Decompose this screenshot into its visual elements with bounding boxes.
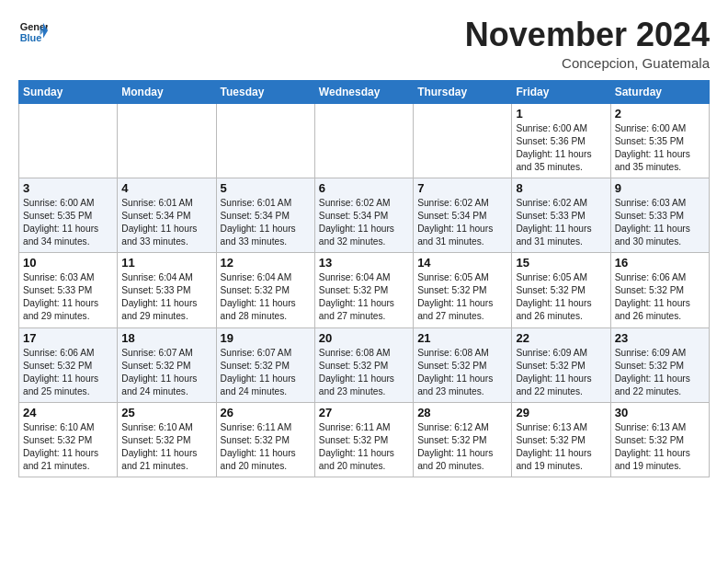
table-row: 7Sunrise: 6:02 AM Sunset: 5:34 PM Daylig… bbox=[414, 178, 512, 252]
table-row: 18Sunrise: 6:07 AM Sunset: 5:32 PM Dayli… bbox=[118, 327, 216, 402]
table-row: 1Sunrise: 6:00 AM Sunset: 5:36 PM Daylig… bbox=[512, 103, 610, 178]
location: Concepcion, Guatemala bbox=[465, 55, 710, 71]
day-info: Sunrise: 6:01 AM Sunset: 5:34 PM Dayligh… bbox=[221, 197, 311, 248]
col-tuesday: Tuesday bbox=[216, 80, 314, 103]
logo-icon: General Blue bbox=[18, 17, 48, 46]
day-number: 15 bbox=[516, 256, 606, 270]
header: General Blue November 2024 Concepcion, G… bbox=[18, 17, 710, 71]
table-row bbox=[314, 103, 413, 178]
day-number: 27 bbox=[319, 406, 409, 419]
day-info: Sunrise: 6:13 AM Sunset: 5:32 PM Dayligh… bbox=[516, 421, 606, 473]
table-row: 26Sunrise: 6:11 AM Sunset: 5:32 PM Dayli… bbox=[216, 402, 314, 477]
day-number: 5 bbox=[221, 181, 311, 195]
table-row: 28Sunrise: 6:12 AM Sunset: 5:32 PM Dayli… bbox=[414, 402, 512, 477]
day-info: Sunrise: 6:00 AM Sunset: 5:36 PM Dayligh… bbox=[516, 122, 606, 174]
day-number: 7 bbox=[417, 181, 507, 195]
table-row: 12Sunrise: 6:04 AM Sunset: 5:32 PM Dayli… bbox=[216, 253, 314, 327]
table-row: 6Sunrise: 6:02 AM Sunset: 5:34 PM Daylig… bbox=[314, 178, 413, 252]
day-number: 23 bbox=[615, 331, 705, 345]
day-info: Sunrise: 6:06 AM Sunset: 5:32 PM Dayligh… bbox=[615, 271, 705, 323]
day-info: Sunrise: 6:02 AM Sunset: 5:34 PM Dayligh… bbox=[417, 197, 507, 248]
calendar-week-row: 3Sunrise: 6:00 AM Sunset: 5:35 PM Daylig… bbox=[19, 178, 710, 252]
table-row: 4Sunrise: 6:01 AM Sunset: 5:34 PM Daylig… bbox=[118, 178, 216, 252]
day-info: Sunrise: 6:06 AM Sunset: 5:32 PM Dayligh… bbox=[23, 347, 113, 398]
table-row: 10Sunrise: 6:03 AM Sunset: 5:33 PM Dayli… bbox=[19, 253, 118, 327]
day-number: 3 bbox=[23, 181, 113, 195]
day-number: 16 bbox=[615, 256, 705, 270]
day-info: Sunrise: 6:07 AM Sunset: 5:32 PM Dayligh… bbox=[221, 347, 311, 398]
day-info: Sunrise: 6:02 AM Sunset: 5:33 PM Dayligh… bbox=[516, 197, 606, 248]
table-row bbox=[216, 103, 314, 178]
table-row: 5Sunrise: 6:01 AM Sunset: 5:34 PM Daylig… bbox=[216, 178, 314, 252]
day-number: 9 bbox=[615, 181, 705, 195]
day-number: 25 bbox=[121, 406, 211, 419]
day-info: Sunrise: 6:12 AM Sunset: 5:32 PM Dayligh… bbox=[417, 421, 507, 473]
logo: General Blue bbox=[18, 17, 48, 46]
day-info: Sunrise: 6:05 AM Sunset: 5:32 PM Dayligh… bbox=[417, 271, 507, 323]
day-info: Sunrise: 6:10 AM Sunset: 5:32 PM Dayligh… bbox=[23, 421, 113, 473]
table-row: 11Sunrise: 6:04 AM Sunset: 5:33 PM Dayli… bbox=[118, 253, 216, 327]
calendar-header-row: Sunday Monday Tuesday Wednesday Thursday… bbox=[19, 80, 710, 103]
table-row: 9Sunrise: 6:03 AM Sunset: 5:33 PM Daylig… bbox=[610, 178, 709, 252]
day-number: 12 bbox=[221, 256, 311, 270]
day-info: Sunrise: 6:00 AM Sunset: 5:35 PM Dayligh… bbox=[23, 197, 113, 248]
day-info: Sunrise: 6:08 AM Sunset: 5:32 PM Dayligh… bbox=[319, 347, 409, 398]
day-info: Sunrise: 6:10 AM Sunset: 5:32 PM Dayligh… bbox=[121, 421, 211, 473]
day-number: 13 bbox=[319, 256, 409, 270]
day-number: 28 bbox=[417, 406, 507, 419]
page: General Blue November 2024 Concepcion, G… bbox=[0, 0, 728, 490]
day-number: 14 bbox=[417, 256, 507, 270]
table-row: 2Sunrise: 6:00 AM Sunset: 5:35 PM Daylig… bbox=[610, 103, 709, 178]
day-info: Sunrise: 6:04 AM Sunset: 5:32 PM Dayligh… bbox=[221, 271, 311, 323]
table-row: 19Sunrise: 6:07 AM Sunset: 5:32 PM Dayli… bbox=[216, 327, 314, 402]
calendar-week-row: 1Sunrise: 6:00 AM Sunset: 5:36 PM Daylig… bbox=[19, 103, 710, 178]
col-friday: Friday bbox=[512, 80, 610, 103]
day-info: Sunrise: 6:08 AM Sunset: 5:32 PM Dayligh… bbox=[417, 347, 507, 398]
day-number: 29 bbox=[516, 406, 606, 419]
day-number: 22 bbox=[516, 331, 606, 345]
calendar-table: Sunday Monday Tuesday Wednesday Thursday… bbox=[18, 80, 710, 478]
day-number: 1 bbox=[516, 107, 606, 121]
day-number: 10 bbox=[23, 256, 113, 270]
day-info: Sunrise: 6:05 AM Sunset: 5:32 PM Dayligh… bbox=[516, 271, 606, 323]
day-number: 30 bbox=[615, 406, 705, 419]
day-info: Sunrise: 6:04 AM Sunset: 5:32 PM Dayligh… bbox=[319, 271, 409, 323]
day-info: Sunrise: 6:02 AM Sunset: 5:34 PM Dayligh… bbox=[319, 197, 409, 248]
day-number: 19 bbox=[221, 331, 311, 345]
day-info: Sunrise: 6:11 AM Sunset: 5:32 PM Dayligh… bbox=[319, 421, 409, 473]
calendar-week-row: 10Sunrise: 6:03 AM Sunset: 5:33 PM Dayli… bbox=[19, 253, 710, 327]
day-number: 11 bbox=[121, 256, 211, 270]
col-thursday: Thursday bbox=[414, 80, 512, 103]
table-row: 30Sunrise: 6:13 AM Sunset: 5:32 PM Dayli… bbox=[610, 402, 709, 477]
day-number: 6 bbox=[319, 181, 409, 195]
day-number: 26 bbox=[221, 406, 311, 419]
table-row bbox=[118, 103, 216, 178]
col-wednesday: Wednesday bbox=[314, 80, 413, 103]
table-row bbox=[19, 103, 118, 178]
table-row: 13Sunrise: 6:04 AM Sunset: 5:32 PM Dayli… bbox=[314, 253, 413, 327]
day-number: 8 bbox=[516, 181, 606, 195]
day-number: 2 bbox=[615, 107, 705, 121]
table-row: 14Sunrise: 6:05 AM Sunset: 5:32 PM Dayli… bbox=[414, 253, 512, 327]
day-info: Sunrise: 6:03 AM Sunset: 5:33 PM Dayligh… bbox=[23, 271, 113, 323]
table-row: 20Sunrise: 6:08 AM Sunset: 5:32 PM Dayli… bbox=[314, 327, 413, 402]
svg-text:Blue: Blue bbox=[20, 32, 42, 43]
day-info: Sunrise: 6:07 AM Sunset: 5:32 PM Dayligh… bbox=[121, 347, 211, 398]
table-row: 29Sunrise: 6:13 AM Sunset: 5:32 PM Dayli… bbox=[512, 402, 610, 477]
table-row: 21Sunrise: 6:08 AM Sunset: 5:32 PM Dayli… bbox=[414, 327, 512, 402]
day-info: Sunrise: 6:04 AM Sunset: 5:33 PM Dayligh… bbox=[121, 271, 211, 323]
day-number: 20 bbox=[319, 331, 409, 345]
day-number: 24 bbox=[23, 406, 113, 419]
month-title: November 2024 bbox=[465, 17, 710, 53]
table-row: 17Sunrise: 6:06 AM Sunset: 5:32 PM Dayli… bbox=[19, 327, 118, 402]
day-info: Sunrise: 6:13 AM Sunset: 5:32 PM Dayligh… bbox=[615, 421, 705, 473]
calendar-week-row: 17Sunrise: 6:06 AM Sunset: 5:32 PM Dayli… bbox=[19, 327, 710, 402]
day-info: Sunrise: 6:09 AM Sunset: 5:32 PM Dayligh… bbox=[615, 347, 705, 398]
title-block: November 2024 Concepcion, Guatemala bbox=[465, 17, 710, 71]
col-monday: Monday bbox=[118, 80, 216, 103]
table-row: 27Sunrise: 6:11 AM Sunset: 5:32 PM Dayli… bbox=[314, 402, 413, 477]
day-info: Sunrise: 6:03 AM Sunset: 5:33 PM Dayligh… bbox=[615, 197, 705, 248]
day-number: 18 bbox=[121, 331, 211, 345]
table-row: 15Sunrise: 6:05 AM Sunset: 5:32 PM Dayli… bbox=[512, 253, 610, 327]
day-number: 17 bbox=[23, 331, 113, 345]
